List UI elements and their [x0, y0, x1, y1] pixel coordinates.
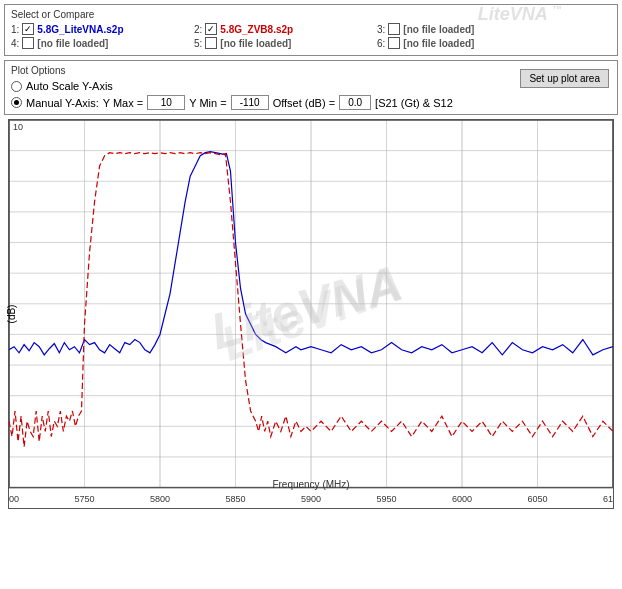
- auto-scale-radio[interactable]: [11, 81, 22, 92]
- measurement-label: [S21 (Gt) & S12: [375, 97, 453, 109]
- y-max-label: Y Max =: [103, 97, 143, 109]
- svg-text:5850: 5850: [225, 494, 245, 504]
- file-row-bottom: 4: [no file loaded] 5: [no file loaded] …: [11, 37, 611, 49]
- auto-scale-label: Auto Scale Y-Axis: [26, 80, 113, 92]
- file-num-4: 4:: [11, 38, 19, 49]
- chart-wrapper: (dB) LiteVNA: [4, 119, 618, 509]
- file-name-4: [no file loaded]: [37, 38, 108, 49]
- file-num-1: 1:: [11, 24, 19, 35]
- file-num-6: 6:: [377, 38, 385, 49]
- file-checkbox-5[interactable]: [205, 37, 217, 49]
- file-num-2: 2:: [194, 24, 202, 35]
- file-name-3: [no file loaded]: [403, 24, 474, 35]
- svg-text:5950: 5950: [376, 494, 396, 504]
- svg-text:5900: 5900: [301, 494, 321, 504]
- file-entry-5: 5: [no file loaded]: [194, 37, 369, 49]
- file-entry-1: 1: ✓ 5.8G_LiteVNA.s2p: [11, 23, 186, 35]
- file-name-6: [no file loaded]: [403, 38, 474, 49]
- file-row-top: 1: ✓ 5.8G_LiteVNA.s2p 2: ✓ 5.8G_ZVB8.s2p…: [11, 23, 611, 35]
- chart-svg: 10 0 -10 -20 -30 -40 -50 -60 -70 -80 -90…: [9, 120, 613, 508]
- file-entry-4: 4: [no file loaded]: [11, 37, 186, 49]
- file-num-5: 5:: [194, 38, 202, 49]
- svg-text:5750: 5750: [74, 494, 94, 504]
- plot-options-section: Plot Options Set up plot area Auto Scale…: [4, 60, 618, 115]
- manual-y-axis-label: Manual Y-Axis:: [26, 97, 99, 109]
- x-axis-label: Frequency (MHz): [272, 479, 349, 490]
- file-checkbox-6[interactable]: [388, 37, 400, 49]
- offset-label: Offset (dB) =: [273, 97, 335, 109]
- offset-input[interactable]: [339, 95, 371, 110]
- file-name-1: 5.8G_LiteVNA.s2p: [37, 24, 123, 35]
- chart-area: LiteVNA: [8, 119, 614, 509]
- y-axis-label: (dB): [6, 305, 17, 324]
- file-checkbox-1[interactable]: ✓: [22, 23, 34, 35]
- file-name-5: [no file loaded]: [220, 38, 291, 49]
- y-top-value: 10: [13, 122, 23, 132]
- svg-text:6050: 6050: [527, 494, 547, 504]
- manual-y-axis-radio[interactable]: [11, 97, 22, 108]
- file-entry-6: 6: [no file loaded]: [377, 37, 552, 49]
- manual-y-axis-row: Manual Y-Axis: Y Max = Y Min = Offset (d…: [11, 95, 611, 110]
- setup-plot-area-button[interactable]: Set up plot area: [520, 69, 609, 88]
- y-min-label: Y Min =: [189, 97, 226, 109]
- file-checkbox-2[interactable]: ✓: [205, 23, 217, 35]
- svg-text:5700: 5700: [9, 494, 19, 504]
- svg-text:6100: 6100: [603, 494, 613, 504]
- svg-text:5800: 5800: [150, 494, 170, 504]
- file-checkbox-4[interactable]: [22, 37, 34, 49]
- y-min-input[interactable]: [231, 95, 269, 110]
- file-entry-2: 2: ✓ 5.8G_ZVB8.s2p: [194, 23, 369, 35]
- file-name-2: 5.8G_ZVB8.s2p: [220, 24, 293, 35]
- file-num-3: 3:: [377, 24, 385, 35]
- y-max-input[interactable]: [147, 95, 185, 110]
- svg-text:6000: 6000: [452, 494, 472, 504]
- file-entry-3: 3: [no file loaded]: [377, 23, 552, 35]
- select-compare-label: Select or Compare: [11, 9, 611, 20]
- file-checkbox-3[interactable]: [388, 23, 400, 35]
- select-compare-section: Select or Compare 1: ✓ 5.8G_LiteVNA.s2p …: [4, 4, 618, 56]
